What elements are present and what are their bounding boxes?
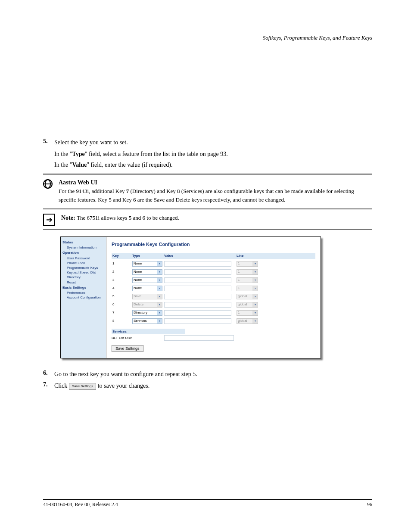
cell-type: Save: [131, 293, 163, 300]
sidebar-header-basic: Basic Settings: [61, 285, 106, 290]
footer-rule: [43, 499, 372, 500]
sidebar-item[interactable]: Keypad Speed Dial: [61, 270, 106, 275]
callout-body: For the 9143i, additional Key 7 (Directo…: [59, 187, 372, 204]
screenshot-table-header: Key Type Value Line: [112, 253, 315, 258]
line-select: 1: [237, 310, 258, 316]
value-input[interactable]: [164, 294, 231, 299]
cell-line: global: [236, 293, 259, 300]
chevron-down-icon: [252, 278, 258, 283]
type-select[interactable]: None: [132, 261, 162, 267]
chevron-down-icon: [157, 302, 162, 307]
table-row: 5Saveglobal: [112, 293, 315, 300]
cell-value: [163, 293, 236, 300]
sidebar-item[interactable]: Reset: [61, 280, 106, 285]
sidebar-item[interactable]: Account Configuration: [61, 295, 106, 300]
cell-line: 1: [236, 285, 259, 292]
type-select-value: None: [134, 261, 142, 266]
cell-value: [163, 269, 236, 275]
field-name-type: Type: [72, 151, 84, 157]
type-select-value: Delete: [134, 302, 143, 307]
text-part: to save your changes.: [98, 383, 150, 389]
sidebar-item[interactable]: User Password: [61, 256, 106, 261]
line-select: 1: [237, 269, 258, 275]
sidebar-item[interactable]: Phone Lock: [61, 261, 106, 265]
cell-value: [163, 318, 236, 324]
th-type: Type: [131, 253, 163, 258]
value-input[interactable]: [164, 286, 231, 291]
line-select-value: 1: [238, 277, 240, 282]
header-crumb-area: Softkeys, Programmable Keys, and Feature…: [0, 34, 411, 41]
th-value: Value: [163, 253, 236, 258]
callout-title: Aastra Web UI: [59, 179, 372, 186]
inline-save-settings-image: Save Settings: [69, 383, 96, 390]
type-select[interactable]: None: [132, 286, 162, 291]
cell-line: 1: [236, 261, 259, 267]
value-input[interactable]: [164, 269, 231, 275]
value-input[interactable]: [164, 261, 231, 267]
table-row: 2None1: [112, 269, 315, 275]
cell-value: [163, 261, 236, 267]
cell-type: Services: [131, 318, 163, 324]
callout-content: Note: The 6751i allows keys 5 and 6 to b…: [61, 214, 179, 222]
chevron-down-icon: [157, 286, 162, 291]
footer-right: 96: [367, 501, 372, 508]
sidebar-header-operation: Operation: [61, 250, 106, 255]
step-text: Select the key you want to set.: [54, 138, 128, 147]
cell-type: None: [131, 285, 163, 292]
text-part: In the ": [54, 151, 72, 157]
cell-key: 2: [112, 269, 131, 274]
table-row: 1None1: [112, 261, 315, 267]
sidebar-item[interactable]: Preferences: [61, 290, 106, 295]
sidebar-item[interactable]: Programmable Keys: [61, 265, 106, 270]
cell-value: [163, 310, 236, 316]
divider: [43, 208, 372, 209]
step-5-bullet-2: In the "Value" field, enter the value (i…: [54, 160, 372, 169]
type-select[interactable]: Services: [132, 318, 162, 324]
blf-input[interactable]: [164, 335, 234, 341]
chevron-down-icon: [252, 302, 258, 307]
step-number: 7.: [43, 381, 54, 388]
blf-label: BLF List URI:: [112, 336, 142, 340]
value-input[interactable]: [164, 310, 231, 316]
text-part: " field, select a feature from the list …: [85, 151, 228, 157]
page-content: 5. Select the key you want to set. In th…: [43, 138, 372, 390]
step-5: 5. Select the key you want to set.: [43, 138, 372, 147]
sidebar-item[interactable]: System Information: [61, 245, 106, 250]
chevron-down-icon: [252, 261, 258, 266]
type-select: Delete: [132, 302, 162, 308]
divider: [43, 174, 372, 175]
table-row: 3None1: [112, 277, 315, 283]
type-select[interactable]: None: [132, 269, 162, 275]
value-input[interactable]: [164, 277, 231, 283]
sidebar-item[interactable]: Directory: [61, 275, 106, 280]
cell-key: 5: [112, 293, 131, 299]
step-number: 5.: [43, 138, 54, 145]
type-select[interactable]: None: [132, 277, 162, 283]
field-name-value: Value: [72, 162, 87, 168]
value-input[interactable]: [164, 318, 231, 324]
section-header-services: Services: [112, 329, 185, 334]
line-select: 1: [237, 261, 258, 267]
type-select[interactable]: Directory: [132, 310, 162, 316]
callout-content: Aastra Web UI For the 9143i, additional …: [59, 179, 372, 204]
screenshot-sidebar: Status System Information Operation User…: [61, 237, 106, 358]
step-5-bullet-1: In the "Type" field, select a feature fr…: [54, 149, 372, 159]
cell-type: Directory: [131, 310, 163, 316]
cell-value: [163, 302, 236, 308]
cell-line: 1: [236, 277, 259, 283]
document-page: Softkeys, Programmable Keys, and Feature…: [0, 0, 411, 532]
table-row: 6Deleteglobal: [112, 302, 315, 308]
screenshot-title: Programmable Keys Configuration: [112, 241, 315, 248]
cell-type: Delete: [131, 302, 163, 308]
chevron-down-icon: [157, 278, 162, 283]
save-settings-button[interactable]: Save Settings: [112, 345, 143, 352]
cell-line: 1: [236, 310, 259, 316]
value-input[interactable]: [164, 302, 231, 308]
step-text: Click Save Settings to save your changes…: [54, 381, 149, 390]
line-select: global: [237, 294, 258, 299]
type-select-value: None: [134, 286, 142, 290]
line-select-value: global: [238, 302, 247, 307]
line-select-value: 1: [238, 269, 240, 274]
text-part: Click: [54, 383, 69, 389]
footer-row: 41-001160-04, Rev 00, Releases 2.4 96: [43, 501, 372, 508]
